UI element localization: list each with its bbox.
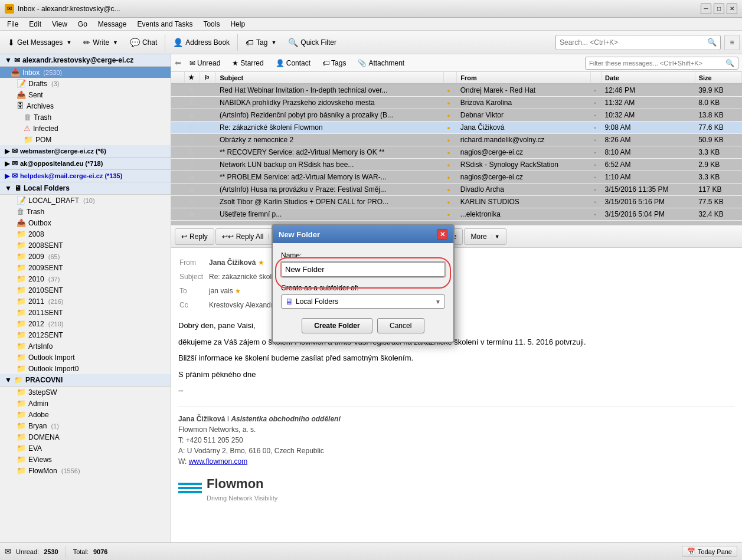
more-button[interactable]: More ▼ — [464, 228, 506, 245]
folder-2011[interactable]: 📁 2011 (216) — [0, 296, 171, 307]
address-book-button[interactable]: 👤 Address Book — [168, 34, 235, 51]
folder-outlook-import0[interactable]: 📁 Outlook Import0 — [0, 363, 171, 374]
global-search-input[interactable] — [560, 38, 707, 47]
folder-2012[interactable]: 📁 2012 (210) — [0, 318, 171, 329]
col-header-sort[interactable] — [171, 72, 185, 84]
email-subject-7[interactable]: ** PROBLEM Service: ad2-Virtual Memory i… — [216, 171, 443, 184]
folder-trash-main[interactable]: 🗑 Trash — [0, 112, 171, 123]
email-star-6[interactable]: ☆ — [185, 159, 200, 171]
email-row-9[interactable]: ☆ Zsolt Tibor @ Karlin Studios + OPEN CA… — [171, 196, 742, 208]
email-row-8[interactable]: ☆ (ArtsInfo) Husa na provázku v Praze: F… — [171, 184, 742, 196]
folder-drafts[interactable]: 📝 Drafts (3) — [0, 78, 171, 89]
folder-2008[interactable]: 📁 2008 — [0, 228, 171, 240]
folder-domena[interactable]: 📁 DOMENA — [0, 431, 171, 443]
email-row-1[interactable]: ☆ NABIDKA prohlidky Prazskeho zidovskeho… — [171, 97, 742, 109]
maximize-button[interactable]: □ — [714, 4, 724, 14]
email-star-5[interactable]: ☆ — [185, 146, 200, 159]
col-header-flag[interactable]: 🏳 — [200, 72, 216, 84]
email-subject-9[interactable]: Zsolt Tibor @ Karlin Studios + OPEN CALL… — [216, 196, 443, 208]
email-row-10[interactable]: ☆ Ušetřete firemní p... ● ...elektronika… — [171, 208, 742, 221]
email-star-7[interactable]: ☆ — [185, 171, 200, 184]
folder-eviews[interactable]: 📁 EViews — [0, 454, 171, 465]
email-row-7[interactable]: ☆ ** PROBLEM Service: ad2-Virtual Memory… — [171, 171, 742, 184]
dialog-close-button[interactable]: ✕ — [437, 229, 447, 240]
folder-2012sent[interactable]: 📁 2012SENT — [0, 329, 171, 340]
write-button[interactable]: ✏ Write ▼ — [78, 34, 123, 51]
filter-unread-button[interactable]: ✉ Unread — [185, 58, 225, 68]
toolbar-menu-button[interactable]: ≡ — [724, 35, 740, 50]
folder-2010sent[interactable]: 📁 2010SENT — [0, 284, 171, 296]
window-controls[interactable]: ─ □ ✕ — [701, 4, 737, 14]
local-folders-header[interactable]: ▼ 🖥 Local Folders — [0, 182, 171, 195]
folder-local-draft[interactable]: 📝 LOCAL_DRAFT (10) — [0, 195, 171, 206]
folder-outlook-import[interactable]: 📁 Outlook Import — [0, 352, 171, 363]
email-row-6[interactable]: ☆ Network LUN backup on RSdisk has bee..… — [171, 159, 742, 171]
email-star-0[interactable]: ☆ — [185, 84, 200, 97]
folder-outbox[interactable]: 📤 Outbox — [0, 217, 171, 228]
email-row-0[interactable]: ☆ Red Hat Webinar Invitation - In-depth … — [171, 84, 742, 97]
folder-2011sent[interactable]: 📁 2011SENT — [0, 307, 171, 318]
filter-tags-button[interactable]: 🏷 Tags — [318, 58, 351, 68]
menu-file[interactable]: File — [2, 19, 23, 30]
email-row-2[interactable]: ☆ (ArtsInfo) Rezidenční pobyt pro básník… — [171, 109, 742, 122]
folder-local-trash[interactable]: 🗑 Trash — [0, 206, 171, 217]
folder-archives[interactable]: 🗄 Archives — [0, 100, 171, 112]
minimize-button[interactable]: ─ — [701, 4, 711, 14]
sig-web-link[interactable]: www.flowmon.com — [189, 457, 247, 466]
folder-inbox[interactable]: 📥 Inbox (2530) — [0, 67, 171, 78]
email-subject-1[interactable]: NABIDKA prohlidky Prazskeho zidovskeho m… — [216, 97, 443, 109]
filter-starred-button[interactable]: ★ Starred — [227, 58, 268, 68]
filter-search-input[interactable] — [589, 60, 725, 67]
folder-2009sent[interactable]: 📁 2009SENT — [0, 262, 171, 273]
email-subject-4[interactable]: Obrázky z nemocnice 2 — [216, 134, 443, 146]
folder-pom[interactable]: 📁 POM — [0, 134, 171, 145]
email-star-3[interactable]: ☆ — [185, 122, 200, 134]
email-star-10[interactable]: ☆ — [185, 208, 200, 221]
col-header-date[interactable]: Date — [602, 72, 695, 84]
col-header-size[interactable]: Size — [695, 72, 741, 84]
email-star-1[interactable]: ☆ — [185, 97, 200, 109]
email-subject-0[interactable]: Red Hat Webinar Invitation - In-depth te… — [216, 84, 443, 97]
menu-tools[interactable]: Tools — [198, 19, 224, 30]
cancel-button[interactable]: Cancel — [377, 318, 424, 333]
col-header-subject[interactable]: Subject — [216, 72, 443, 84]
new-folder-dialog[interactable]: New Folder ✕ Name: Create as a subfolder… — [272, 224, 455, 343]
quick-filter-button[interactable]: 🔍 Quick Filter — [283, 34, 342, 51]
get-messages-button[interactable]: ⬇ Get Messages ▼ — [2, 34, 77, 51]
tag-button[interactable]: 🏷 Tag ▼ — [240, 34, 282, 51]
email-subject-2[interactable]: (ArtsInfo) Rezidenční pobyt pro básníky … — [216, 109, 443, 122]
filter-search-box[interactable]: 🔍 — [585, 57, 738, 70]
folder-infected[interactable]: ⚠ Infected — [0, 123, 171, 134]
folder-eva[interactable]: 📁 EVA — [0, 443, 171, 454]
folder-artsinfo[interactable]: 📁 ArtsInfo — [0, 340, 171, 352]
email-subject-5[interactable]: ** RECOVERY Service: ad2-Virtual Memory … — [216, 146, 443, 159]
folder-2008sent[interactable]: 📁 2008SENT — [0, 240, 171, 251]
email-star-8[interactable]: ☆ — [185, 184, 200, 196]
account-header-2[interactable]: ▶ ✉ webmaster@cerge-ei.cz (*6) — [0, 145, 171, 158]
menu-help[interactable]: Help — [225, 19, 250, 30]
filter-attachment-button[interactable]: 📎 Attachment — [353, 58, 409, 68]
account-header-main[interactable]: ▼ ✉ alexandr.krestovsky@cerge-ei.cz — [0, 54, 171, 67]
email-star-2[interactable]: ☆ — [185, 109, 200, 122]
chat-button[interactable]: 💬 Chat — [125, 34, 162, 51]
folder-3stepsw[interactable]: 📁 3stepSW — [0, 387, 171, 398]
email-row-4[interactable]: ☆ Obrázky z nemocnice 2 ● richard.mandel… — [171, 134, 742, 146]
subfolder-dropdown-arrow[interactable]: ▼ — [435, 299, 441, 305]
email-row-3[interactable]: ☆ Re: zákaznické školení Flowmon ● Jana … — [171, 122, 742, 134]
folder-bryan[interactable]: 📁 Bryan (1) — [0, 420, 171, 431]
subfolder-selector[interactable]: 🖥 Local Folders ▼ — [281, 294, 445, 309]
col-header-star[interactable]: ★ — [185, 72, 200, 84]
filter-contact-button[interactable]: 👤 Contact — [271, 58, 315, 68]
folder-adobe[interactable]: 📁 Adobe — [0, 409, 171, 420]
email-list[interactable]: ★ 🏳 Subject From Date Size ☆ Red Hat Web… — [171, 72, 742, 225]
folder-name-input[interactable] — [281, 262, 445, 277]
col-header-from[interactable]: From — [457, 72, 591, 84]
folder-2010[interactable]: 📁 2010 (37) — [0, 273, 171, 284]
global-search-box[interactable]: 🔍 — [555, 35, 721, 50]
account-header-3[interactable]: ▶ ✉ ak@oppositeland.eu (*718) — [0, 158, 171, 170]
menu-events[interactable]: Events and Tasks — [133, 19, 198, 30]
menu-go[interactable]: Go — [73, 19, 92, 30]
pracovni-header[interactable]: ▼ 📁 PRACOVNI — [0, 374, 171, 387]
email-subject-8[interactable]: (ArtsInfo) Husa na provázku v Praze: Fes… — [216, 184, 443, 196]
today-pane-button[interactable]: 📅 Today Pane — [682, 546, 737, 557]
